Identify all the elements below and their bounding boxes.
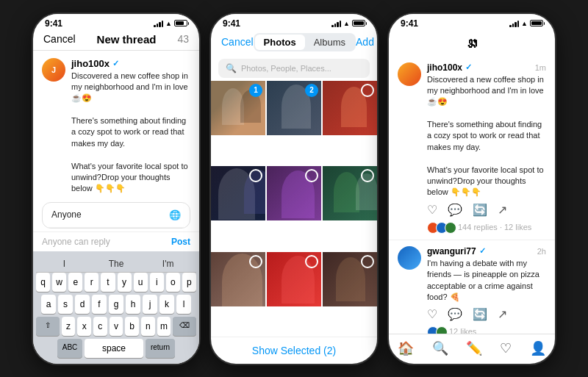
key-shift[interactable]: ⇧ — [36, 317, 60, 336]
tab-photos[interactable]: Photos — [255, 35, 305, 50]
key-s[interactable]: s — [58, 295, 73, 314]
photo-6[interactable] — [323, 166, 377, 220]
key-space[interactable]: space — [85, 339, 143, 358]
key-w[interactable]: w — [52, 273, 66, 292]
key-t[interactable]: t — [101, 273, 115, 292]
status-bar-1: 9:41 ▲ — [33, 14, 199, 30]
key-delete[interactable]: ⌫ — [173, 317, 196, 336]
photo-select-1: 1 — [249, 84, 262, 97]
feed-text-2: I'm having a debate with my friends — is… — [427, 258, 546, 304]
photos-cancel-button[interactable]: Cancel — [221, 36, 254, 48]
key-q[interactable]: q — [36, 273, 50, 292]
globe-icon: 🌐 — [169, 209, 181, 220]
time-1: 9:41 — [45, 18, 62, 29]
photo-2[interactable]: 2 — [267, 81, 321, 135]
key-h[interactable]: h — [126, 295, 140, 314]
share-icon-1[interactable]: ↗ — [498, 203, 507, 217]
photo-select-3 — [361, 84, 374, 97]
post-button[interactable]: Post — [171, 237, 190, 247]
key-g[interactable]: g — [109, 295, 123, 314]
threads-header: ꮺ — [389, 30, 555, 57]
user-post: J jiho100x ✓ Discovered a new coffee sho… — [33, 51, 199, 199]
keyboard-row-2: asdfghjkl — [36, 295, 196, 314]
feed-time-2: 2h — [537, 247, 546, 256]
feed-avatar-2 — [398, 246, 421, 270]
photo-1[interactable]: 1 — [211, 81, 265, 135]
audience-item-following[interactable]: Profiles you follow 👥 — [43, 228, 190, 229]
suggestion-1[interactable]: I — [42, 259, 87, 269]
tab-group: Photos Albums — [254, 33, 356, 51]
feed-username-2[interactable]: gwanguri77 — [427, 246, 476, 256]
photo-4[interactable] — [211, 166, 265, 220]
key-k[interactable]: k — [159, 295, 174, 314]
key-x[interactable]: x — [77, 317, 91, 336]
key-abc[interactable]: ABC — [57, 339, 82, 358]
profile-icon[interactable]: 👤 — [530, 340, 546, 356]
feed-verified-2: ✓ — [479, 246, 486, 256]
search-icon: 🔍 — [226, 63, 237, 73]
key-return[interactable]: return — [146, 339, 175, 358]
audience-item-anyone[interactable]: Anyone 🌐 — [43, 203, 190, 228]
activity-icon[interactable]: ♡ — [500, 340, 512, 356]
page-title: New thread — [97, 33, 157, 46]
photo-3[interactable] — [323, 81, 377, 135]
photo-select-2: 2 — [305, 84, 318, 97]
comment-icon-2[interactable]: 💬 — [448, 307, 462, 321]
post-text[interactable]: Discovered a new coffee shop in my neigh… — [71, 71, 190, 195]
suggestion-2[interactable]: The — [94, 259, 139, 269]
key-n[interactable]: n — [141, 317, 155, 336]
key-b[interactable]: b — [125, 317, 139, 336]
tab-albums[interactable]: Albums — [305, 35, 354, 50]
search-nav-icon[interactable]: 🔍 — [432, 340, 448, 356]
add-button[interactable]: Add — [356, 36, 374, 48]
search-bar[interactable]: 🔍 Photos, People, Places... — [218, 59, 370, 78]
key-r[interactable]: r — [85, 273, 98, 292]
key-y[interactable]: y — [118, 273, 132, 292]
photo-8[interactable] — [267, 252, 321, 306]
home-icon[interactable]: 🏠 — [398, 340, 414, 356]
photos-nav: Cancel Photos Albums Add — [211, 30, 377, 56]
cancel-button[interactable]: Cancel — [43, 33, 76, 45]
key-c[interactable]: c — [93, 317, 107, 336]
key-z[interactable]: z — [62, 317, 76, 336]
photo-select-8 — [305, 255, 318, 268]
key-f[interactable]: f — [92, 295, 107, 314]
heart-icon-2[interactable]: ♡ — [427, 307, 437, 321]
key-l[interactable]: l — [176, 295, 191, 314]
keyboard-row-3: ⇧ zxcvbnm ⌫ — [36, 317, 196, 336]
show-selected-button[interactable]: Show Selected (2) — [211, 337, 377, 364]
key-p[interactable]: p — [182, 273, 196, 292]
share-icon-2[interactable]: ↗ — [498, 307, 507, 321]
feed-header-1: jiho100x ✓ 1m Discovered a new coffee sh… — [398, 62, 546, 234]
key-o[interactable]: o — [166, 273, 180, 292]
wifi-icon-2: ▲ — [343, 20, 350, 27]
feed-username-1[interactable]: jiho100x — [427, 62, 462, 73]
photo-9[interactable] — [323, 252, 377, 306]
key-d[interactable]: d — [75, 295, 90, 314]
mini-avatars-2 — [427, 326, 445, 333]
photo-5[interactable] — [267, 166, 321, 220]
repost-icon-1[interactable]: 🔄 — [473, 203, 487, 217]
key-e[interactable]: e — [68, 273, 82, 292]
key-a[interactable]: a — [41, 295, 56, 314]
heart-icon-1[interactable]: ♡ — [427, 203, 437, 217]
bar4 — [162, 21, 164, 27]
time-2: 9:41 — [223, 18, 240, 29]
key-j[interactable]: j — [143, 295, 157, 314]
feed-text-1: Discovered a new coffee shop in my neigh… — [427, 74, 546, 198]
key-m[interactable]: m — [157, 317, 171, 336]
photo-7[interactable] — [211, 252, 265, 306]
key-u[interactable]: u — [134, 273, 148, 292]
comment-icon-1[interactable]: 💬 — [448, 203, 462, 217]
feed-post-2: gwanguri77 ✓ 2h I'm having a debate with… — [389, 240, 555, 334]
key-i[interactable]: i — [150, 273, 164, 292]
repost-icon-2[interactable]: 🔄 — [473, 307, 487, 321]
photo-select-7 — [249, 255, 262, 268]
suggestion-3[interactable]: I'm — [146, 259, 190, 269]
suggestions-row: I The I'm — [36, 256, 196, 273]
compose-icon[interactable]: ✏️ — [466, 340, 482, 356]
feed: jiho100x ✓ 1m Discovered a new coffee sh… — [389, 57, 555, 334]
footer-bar: Anyone can reply Post — [33, 231, 199, 251]
feed-actions-2: ♡ 💬 🔄 ↗ — [427, 307, 546, 321]
key-v[interactable]: v — [110, 317, 123, 336]
